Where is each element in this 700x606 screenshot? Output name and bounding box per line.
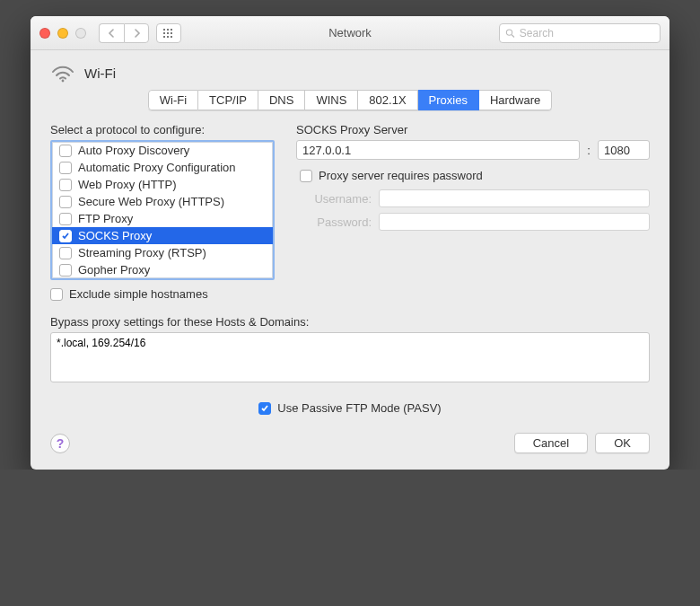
proxy-host-input[interactable] <box>296 140 580 160</box>
protocol-checkbox[interactable] <box>59 179 72 191</box>
search-input[interactable] <box>520 27 654 40</box>
protocol-item[interactable]: Auto Proxy Discovery <box>52 142 273 159</box>
username-field[interactable] <box>379 189 650 207</box>
protocol-select-label: Select a protocol to configure: <box>50 123 275 136</box>
protocol-item[interactable]: Web Proxy (HTTP) <box>52 176 273 193</box>
svg-rect-5 <box>171 32 172 34</box>
svg-rect-1 <box>167 29 169 31</box>
svg-point-11 <box>62 80 65 83</box>
zoom-icon[interactable] <box>75 28 86 39</box>
svg-rect-2 <box>171 29 172 31</box>
protocol-item[interactable]: Secure Web Proxy (HTTPS) <box>52 193 273 210</box>
protocol-item[interactable]: Streaming Proxy (RTSP) <box>52 244 273 261</box>
protocol-checkbox[interactable] <box>59 213 72 225</box>
proxy-port-input[interactable] <box>598 140 650 160</box>
help-button[interactable]: ? <box>50 434 70 453</box>
protocol-checkbox[interactable] <box>59 264 72 277</box>
protocol-label: Secure Web Proxy (HTTPS) <box>78 195 224 208</box>
protocol-label: SOCKS Proxy <box>78 229 152 242</box>
service-name: Wi-Fi <box>84 66 116 81</box>
auth-required-checkbox[interactable] <box>300 170 312 182</box>
tab-hardware[interactable]: Hardware <box>479 90 552 110</box>
svg-point-9 <box>506 29 512 34</box>
protocol-checkbox[interactable] <box>59 162 72 174</box>
tab-wins[interactable]: WINS <box>305 90 358 110</box>
svg-rect-0 <box>163 29 165 31</box>
server-label: SOCKS Proxy Server <box>296 123 650 136</box>
tabs: Wi-FiTCP/IPDNSWINS802.1XProxiesHardware <box>50 90 650 110</box>
tab-wi-fi[interactable]: Wi-Fi <box>148 90 198 110</box>
tab-802-1x[interactable]: 802.1X <box>358 90 417 110</box>
forward-button[interactable] <box>124 23 149 43</box>
protocol-item[interactable]: Automatic Proxy Configuration <box>52 159 273 176</box>
protocol-item[interactable]: FTP Proxy <box>52 210 273 227</box>
auth-required-label: Proxy server requires password <box>319 169 483 182</box>
protocol-label: Web Proxy (HTTP) <box>78 178 177 191</box>
show-all-button[interactable] <box>156 23 181 43</box>
tab-dns[interactable]: DNS <box>258 90 305 110</box>
protocol-checkbox[interactable] <box>59 145 72 157</box>
protocol-label: Auto Proxy Discovery <box>78 144 189 157</box>
tab-proxies[interactable]: Proxies <box>418 90 479 110</box>
password-label: Password: <box>296 215 379 229</box>
username-label: Username: <box>296 192 379 206</box>
host-port-separator: : <box>585 144 592 157</box>
ok-button[interactable]: OK <box>595 433 650 453</box>
svg-rect-8 <box>171 36 172 38</box>
window-controls <box>39 28 86 39</box>
minimize-icon[interactable] <box>57 28 68 39</box>
svg-rect-6 <box>163 36 165 38</box>
service-header: Wi-Fi <box>50 63 650 83</box>
svg-rect-7 <box>167 36 169 38</box>
protocol-label: Streaming Proxy (RTSP) <box>78 246 206 259</box>
protocol-label: FTP Proxy <box>78 212 133 225</box>
protocol-checkbox[interactable] <box>59 247 72 259</box>
protocol-checkbox[interactable] <box>59 230 72 242</box>
pasv-checkbox[interactable] <box>258 402 271 415</box>
protocol-label: Automatic Proxy Configuration <box>78 161 236 174</box>
bypass-textarea[interactable] <box>50 332 650 382</box>
search-icon <box>505 28 515 39</box>
protocol-item[interactable]: SOCKS Proxy <box>52 227 273 244</box>
protocol-label: Gopher Proxy <box>78 263 150 277</box>
network-preferences-window: Network Wi-Fi Wi-FiTCP/IPDNSWINS802.1XPr… <box>31 16 669 470</box>
svg-rect-3 <box>163 32 165 34</box>
protocol-checkbox[interactable] <box>59 196 72 208</box>
tab-tcp-ip[interactable]: TCP/IP <box>198 90 258 110</box>
content: Wi-Fi Wi-FiTCP/IPDNSWINS802.1XProxiesHar… <box>31 50 669 470</box>
protocol-item[interactable]: Gopher Proxy <box>52 261 273 278</box>
exclude-hostnames-checkbox[interactable] <box>50 288 63 301</box>
svg-rect-4 <box>167 32 169 34</box>
titlebar: Network <box>31 16 669 50</box>
pasv-label: Use Passive FTP Mode (PASV) <box>277 401 441 415</box>
protocol-list[interactable]: Auto Proxy DiscoveryAutomatic Proxy Conf… <box>50 140 275 280</box>
bypass-label: Bypass proxy settings for these Hosts & … <box>50 315 650 329</box>
exclude-hostnames-label: Exclude simple hostnames <box>69 287 208 301</box>
nav-buttons <box>99 23 149 43</box>
svg-line-10 <box>512 34 514 37</box>
wifi-icon <box>50 63 75 83</box>
search-input-wrap[interactable] <box>499 23 661 43</box>
back-button[interactable] <box>99 23 124 43</box>
close-icon[interactable] <box>39 28 50 39</box>
password-field[interactable] <box>379 213 650 231</box>
cancel-button[interactable]: Cancel <box>514 433 588 453</box>
